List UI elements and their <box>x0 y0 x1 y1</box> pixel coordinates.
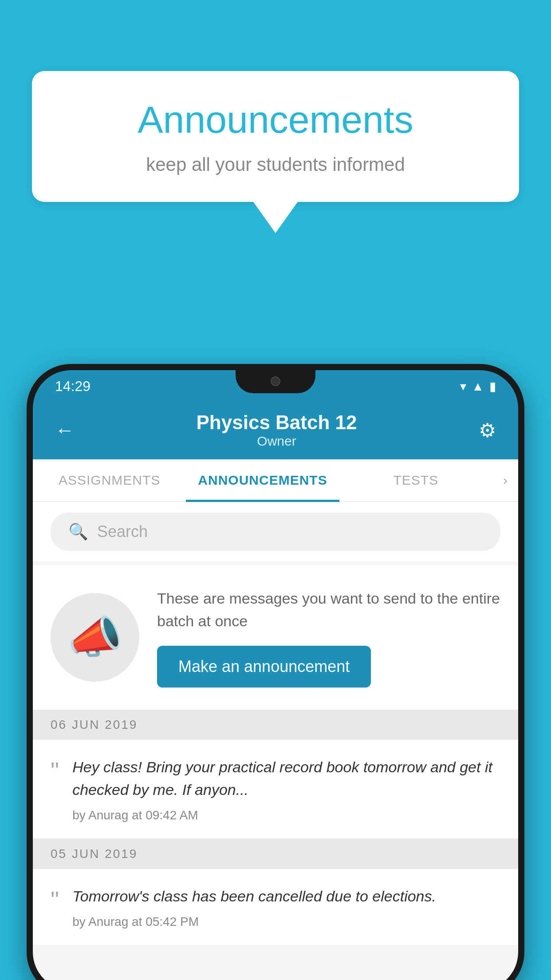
announcement-text-area-1: Hey class! Bring your practical record b… <box>72 756 500 822</box>
announcement-item-1[interactable]: " Hey class! Bring your practical record… <box>33 740 518 839</box>
make-announcement-button[interactable]: Make an announcement <box>157 646 371 688</box>
announcement-meta-2: by Anurag at 05:42 PM <box>72 915 500 929</box>
promo-description: These are messages you want to send to t… <box>157 587 500 632</box>
promo-text-area: These are messages you want to send to t… <box>157 587 500 688</box>
signal-icon: ▲ <box>472 379 484 394</box>
battery-icon: ▮ <box>489 379 496 394</box>
date-separator-1: 06 JUN 2019 <box>33 710 518 740</box>
phone-container: 14:29 ▾ ▲ ▮ ← Physics Batch 12 Owner ⚙ A… <box>27 364 524 980</box>
announcement-text-1: Hey class! Bring your practical record b… <box>72 756 500 801</box>
tab-more[interactable]: › <box>492 459 518 501</box>
announcements-title: Announcements <box>67 98 484 142</box>
announcements-subtitle: keep all your students informed <box>67 154 484 175</box>
header-title-area: Physics Batch 12 Owner <box>75 411 479 449</box>
phone: 14:29 ▾ ▲ ▮ ← Physics Batch 12 Owner ⚙ A… <box>27 364 524 980</box>
speech-bubble: Announcements keep all your students inf… <box>32 71 519 202</box>
status-bar: 14:29 ▾ ▲ ▮ <box>33 370 518 399</box>
camera-notch <box>271 376 280 386</box>
tab-assignments[interactable]: ASSIGNMENTS <box>33 459 186 501</box>
batch-subtitle: Owner <box>75 434 479 449</box>
power-button[interactable] <box>521 481 524 526</box>
back-button[interactable]: ← <box>55 419 75 441</box>
tabs-bar: ASSIGNMENTS ANNOUNCEMENTS TESTS › <box>33 459 518 502</box>
announcement-text-area-2: Tomorrow's class has been cancelled due … <box>72 885 500 929</box>
quote-icon-2: " <box>51 888 59 912</box>
announcement-meta-1: by Anurag at 09:42 AM <box>72 808 500 822</box>
quote-icon-1: " <box>51 759 59 782</box>
app-header: ← Physics Batch 12 Owner ⚙ <box>33 399 518 459</box>
tab-tests[interactable]: TESTS <box>339 459 492 501</box>
status-icons: ▾ ▲ ▮ <box>460 379 496 394</box>
search-placeholder-text: Search <box>97 522 148 541</box>
search-icon: 🔍 <box>68 522 88 541</box>
announcement-text-2: Tomorrow's class has been cancelled due … <box>72 885 500 908</box>
search-bar[interactable]: 🔍 Search <box>51 513 500 551</box>
search-container: 🔍 Search <box>33 502 518 561</box>
batch-title: Physics Batch 12 <box>75 411 479 434</box>
speech-bubble-tail <box>253 202 298 233</box>
volume-up-button[interactable] <box>27 459 30 490</box>
tab-announcements[interactable]: ANNOUNCEMENTS <box>186 459 339 501</box>
announcement-item-2[interactable]: " Tomorrow's class has been cancelled du… <box>33 869 518 945</box>
settings-icon[interactable]: ⚙ <box>479 419 496 442</box>
megaphone-icon: 📣 <box>67 611 123 664</box>
volume-down-button[interactable] <box>27 499 30 530</box>
status-time: 14:29 <box>55 378 91 395</box>
date-separator-2: 05 JUN 2019 <box>33 839 518 869</box>
notch <box>236 370 315 393</box>
promo-icon-circle: 📣 <box>51 593 139 682</box>
speech-bubble-container: Announcements keep all your students inf… <box>32 71 519 233</box>
promo-section: 📣 These are messages you want to send to… <box>33 565 518 710</box>
wifi-icon: ▾ <box>460 379 466 394</box>
content-area: 🔍 Search 📣 These are messages you want t… <box>33 502 518 980</box>
